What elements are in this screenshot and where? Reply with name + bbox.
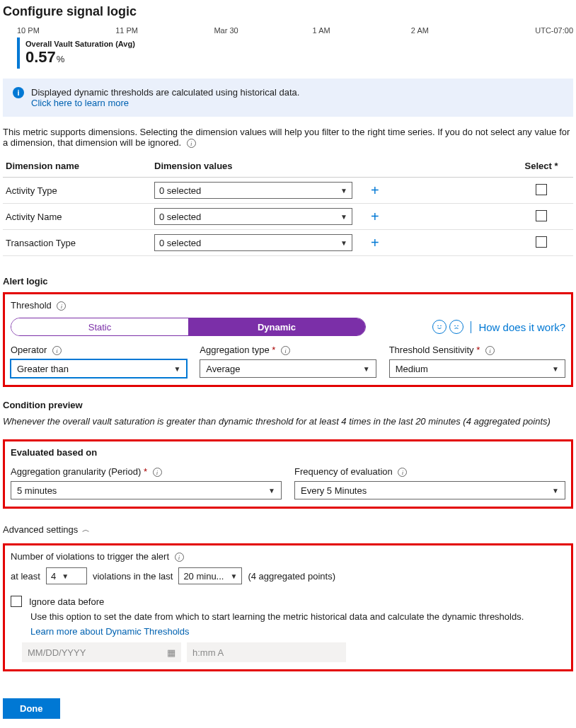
num-violations-label: Number of violations to trigger the aler… [11, 551, 169, 562]
aggregation-type-label: Aggregation type [200, 345, 269, 355]
dim-header-name: Dimension name [3, 155, 151, 178]
ignore-data-description: Use this option to set the date from whi… [30, 611, 565, 622]
svg-point-3 [458, 325, 459, 327]
dimension-select-checkbox[interactable] [536, 184, 547, 195]
dropdown-value: Greater than [17, 364, 69, 374]
dimension-row: Activity Type 0 selected ▼ + [3, 178, 573, 204]
threshold-static-option[interactable]: Static [11, 318, 188, 335]
dropdown-value: 0 selected [159, 212, 201, 222]
ignore-data-before-label: Ignore data before [29, 596, 104, 607]
info-tip-icon[interactable]: i [175, 553, 184, 562]
time-tick: 10 PM [17, 26, 115, 35]
dimension-name: Activity Type [3, 178, 151, 204]
aggregated-points-label: (4 aggregated points) [248, 571, 335, 582]
dimension-values-dropdown[interactable]: 0 selected ▼ [154, 208, 352, 225]
feedback-happy-icon[interactable] [432, 320, 447, 334]
add-dimension-value-button[interactable]: + [365, 183, 385, 199]
dimensions-helper-text-content: This metric supports dimensions. Selecti… [3, 127, 570, 148]
info-tip-icon[interactable]: i [281, 346, 290, 355]
dropdown-value: 5 minutes [17, 485, 57, 496]
learn-more-dynamic-thresholds-link[interactable]: Learn more about Dynamic Thresholds [30, 626, 190, 637]
dim-header-select: Select * [509, 155, 573, 178]
sensitivity-dropdown[interactable]: Medium ▼ [389, 359, 565, 378]
advanced-settings-label: Advanced settings [3, 524, 78, 535]
how-does-it-work-link[interactable]: How does it work? [471, 321, 565, 333]
ignore-time-input: h:mm A [187, 642, 346, 662]
chevron-down-icon: ▼ [230, 572, 237, 580]
dimension-select-checkbox[interactable] [536, 210, 547, 221]
info-banner-link[interactable]: Click here to learn more [31, 98, 129, 108]
time-tick: 11 PM [115, 26, 214, 35]
info-tip-icon[interactable]: i [57, 301, 66, 311]
aggregation-type-dropdown[interactable]: Average ▼ [200, 359, 376, 378]
aggregation-granularity-dropdown[interactable]: 5 minutes ▼ [11, 481, 282, 499]
time-placeholder: h:mm A [192, 647, 224, 658]
chevron-down-icon: ▼ [173, 365, 180, 373]
chevron-up-icon: ︿ [82, 524, 90, 535]
metric-card: Overall Vault Saturation (Avg) 0.57% [3, 37, 573, 69]
threshold-dynamic-option[interactable]: Dynamic [188, 318, 365, 335]
operator-dropdown[interactable]: Greater than ▼ [11, 359, 187, 378]
done-button[interactable]: Done [3, 698, 60, 719]
info-tip-icon[interactable]: i [187, 139, 196, 148]
chevron-down-icon: ▼ [62, 572, 69, 580]
evaluated-title: Evaluated based on [11, 447, 565, 458]
dimension-name: Activity Name [3, 204, 151, 230]
svg-point-0 [438, 325, 439, 327]
metric-label: Overall Vault Saturation (Avg) [25, 40, 135, 48]
dimensions-table: Dimension name Dimension values Select *… [3, 155, 573, 256]
violation-window-dropdown[interactable]: 20 minu... ▼ [178, 567, 242, 584]
metric-unit: % [57, 54, 65, 64]
frequency-dropdown[interactable]: Every 5 Minutes ▼ [294, 481, 565, 499]
dropdown-value: 0 selected [159, 185, 201, 196]
metric-accent-bar [17, 37, 20, 69]
dimension-row: Transaction Type 0 selected ▼ + [3, 230, 573, 256]
advanced-settings-toggle[interactable]: Advanced settings ︿ [3, 524, 90, 535]
chevron-down-icon: ▼ [340, 213, 347, 221]
ignore-data-before-checkbox[interactable] [11, 596, 22, 607]
chevron-down-icon: ▼ [268, 487, 275, 495]
add-dimension-value-button[interactable]: + [365, 235, 385, 251]
dim-header-values: Dimension values [151, 155, 509, 178]
info-banner-text: Displayed dynamic thresholds are calcula… [31, 87, 299, 98]
dimension-name: Transaction Type [3, 230, 151, 256]
violation-count-dropdown[interactable]: 4 ▼ [46, 567, 87, 584]
dropdown-value: 20 minu... [183, 571, 224, 582]
threshold-label: Threshold [11, 300, 52, 311]
add-dimension-value-button[interactable]: + [365, 209, 385, 225]
feedback-sad-icon[interactable] [449, 320, 463, 334]
info-tip-icon[interactable]: i [52, 346, 62, 355]
info-tip-icon[interactable]: i [398, 468, 407, 477]
date-placeholder: MM/DD/YYYY [28, 647, 86, 658]
ignore-date-input: MM/DD/YYYY ▦ [22, 642, 181, 662]
condition-preview-text: Whenever the overall vault saturation is… [3, 416, 573, 427]
svg-point-2 [455, 325, 456, 327]
dropdown-value: 0 selected [159, 238, 201, 248]
page-title: Configure signal logic [3, 4, 573, 19]
at-least-label: at least [11, 571, 40, 582]
chevron-down-icon: ▼ [552, 487, 559, 495]
svg-point-1 [441, 325, 442, 327]
dimension-values-dropdown[interactable]: 0 selected ▼ [154, 182, 352, 199]
dimension-row: Activity Name 0 selected ▼ + [3, 204, 573, 230]
metric-value: 0.57 [25, 48, 56, 66]
dimensions-helper-text: This metric supports dimensions. Selecti… [3, 127, 573, 148]
alert-logic-title: Alert logic [3, 276, 573, 287]
info-icon: i [13, 87, 24, 98]
dimension-select-checkbox[interactable] [536, 236, 547, 248]
sensitivity-label: Threshold Sensitivity [389, 345, 474, 355]
alert-logic-highlight: Threshold i Static Dynamic How does it w… [3, 292, 573, 387]
chevron-down-icon: ▼ [552, 365, 559, 373]
info-banner: i Displayed dynamic thresholds are calcu… [3, 79, 573, 117]
dimension-values-dropdown[interactable]: 0 selected ▼ [154, 234, 352, 251]
operator-label: Operator [11, 345, 47, 355]
time-tick: 2 AM [411, 26, 509, 35]
calendar-icon: ▦ [167, 647, 175, 658]
violations-mid-label: violations in the last [93, 571, 173, 582]
advanced-settings-highlight: Number of violations to trigger the aler… [3, 543, 573, 671]
dropdown-value: 4 [51, 571, 56, 582]
info-tip-icon[interactable]: i [153, 468, 162, 477]
info-tip-icon[interactable]: i [485, 346, 495, 355]
threshold-toggle: Static Dynamic [11, 318, 366, 336]
evaluated-highlight: Evaluated based on Aggregation granulari… [3, 439, 573, 509]
